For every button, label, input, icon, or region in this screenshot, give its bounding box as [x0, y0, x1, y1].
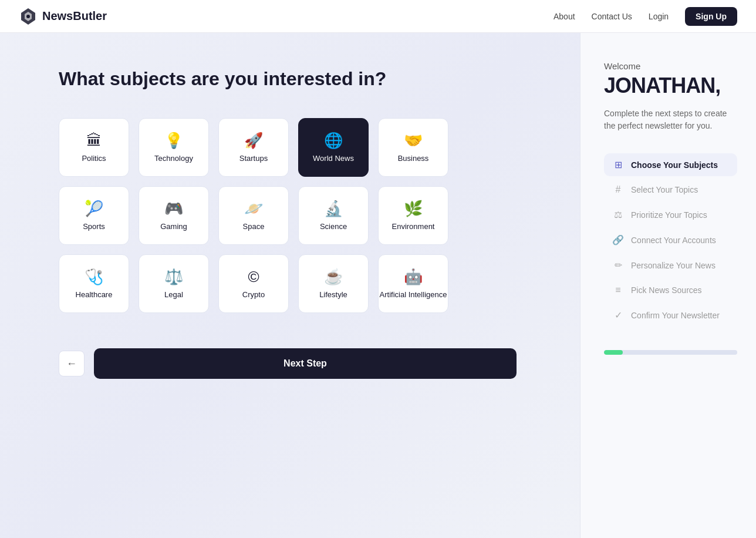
subject-card-healthcare[interactable]: 🩺 Healthcare [59, 254, 129, 313]
subject-label-technology: Technology [154, 154, 193, 163]
user-name: JONATHAN, [604, 73, 737, 98]
subject-icon-science: 🔬 [324, 201, 343, 216]
subject-card-ai[interactable]: 🤖 Artificial Intelligence [378, 254, 448, 313]
step-item-confirm-newsletter[interactable]: ✓ Confirm Your Newsletter [604, 304, 737, 327]
next-step-button[interactable]: Next Step [94, 348, 517, 379]
subject-card-technology[interactable]: 💡 Technology [139, 118, 209, 177]
step-label-confirm-newsletter: Confirm Your Newsletter [631, 311, 720, 320]
subject-label-environment: Environment [392, 222, 435, 231]
subject-icon-business: 🤝 [404, 133, 423, 148]
subject-icon-legal: ⚖️ [164, 269, 183, 284]
welcome-label: Welcome [604, 61, 737, 71]
subject-label-gaming: Gaming [160, 222, 187, 231]
subject-icon-technology: 💡 [164, 133, 183, 148]
step-icon-select-topics: # [612, 184, 624, 195]
subject-icon-world-news: 🌐 [324, 133, 343, 148]
step-item-select-topics[interactable]: # Select Your Topics [604, 179, 737, 201]
subject-icon-sports: 🎾 [85, 201, 103, 216]
logo-icon [19, 7, 38, 26]
page-layout: What subjects are you interested in? 🏛 P… [0, 33, 756, 538]
subject-label-healthcare: Healthcare [76, 290, 113, 299]
navbar: NewsButler About Contact Us Login Sign U… [0, 0, 756, 33]
subjects-grid: 🏛 Politics 💡 Technology 🚀 Startups 🌐 Wor… [59, 118, 545, 313]
subject-label-ai: Artificial Intelligence [380, 290, 447, 299]
nav-links: About Contact Us Login Sign Up [554, 7, 737, 26]
subject-label-space: Space [243, 222, 265, 231]
step-item-prioritize-topics[interactable]: ⚖ Prioritize Your Topics [604, 203, 737, 226]
step-icon-pick-sources: ≡ [612, 285, 624, 295]
subject-label-crypto: Crypto [242, 290, 265, 299]
nav-about[interactable]: About [554, 12, 575, 21]
subject-card-sports[interactable]: 🎾 Sports [59, 186, 129, 245]
sidebar-description: Complete the next steps to create the pe… [604, 107, 737, 132]
subject-card-business[interactable]: 🤝 Business [378, 118, 448, 177]
step-item-pick-sources[interactable]: ≡ Pick News Sources [604, 279, 737, 301]
subject-icon-politics: 🏛 [86, 133, 102, 148]
nav-signup-button[interactable]: Sign Up [685, 7, 737, 26]
step-icon-choose-subjects: ⊞ [612, 159, 624, 170]
main-content: What subjects are you interested in? 🏛 P… [0, 33, 580, 538]
logo-text: NewsButler [42, 9, 107, 23]
subject-card-startups[interactable]: 🚀 Startups [218, 118, 289, 177]
step-label-choose-subjects: Choose Your Subjects [631, 160, 718, 170]
step-label-personalize-news: Personalize Your News [631, 261, 716, 270]
step-label-pick-sources: Pick News Sources [631, 285, 702, 295]
step-item-personalize-news[interactable]: ✏ Personalize Your News [604, 254, 737, 277]
bottom-actions: ← Next Step [59, 348, 545, 379]
subject-label-business: Business [398, 154, 429, 163]
step-icon-connect-accounts: 🔗 [612, 234, 624, 246]
subject-card-legal[interactable]: ⚖️ Legal [139, 254, 209, 313]
step-label-select-topics: Select Your Topics [631, 185, 698, 194]
subject-icon-space: 🪐 [244, 201, 263, 216]
step-item-choose-subjects[interactable]: ⊞ Choose Your Subjects [604, 153, 737, 176]
step-label-prioritize-topics: Prioritize Your Topics [631, 210, 707, 220]
subject-icon-startups: 🚀 [244, 133, 263, 148]
progress-bar-background [604, 350, 737, 355]
subject-card-gaming[interactable]: 🎮 Gaming [139, 186, 209, 245]
logo[interactable]: NewsButler [19, 7, 107, 26]
step-icon-confirm-newsletter: ✓ [612, 310, 624, 321]
step-item-connect-accounts[interactable]: 🔗 Connect Your Accounts [604, 228, 737, 251]
subject-card-world-news[interactable]: 🌐 World News [298, 118, 369, 177]
subject-icon-environment: 🌿 [404, 201, 423, 216]
subject-label-legal: Legal [164, 290, 183, 299]
step-icon-personalize-news: ✏ [612, 260, 624, 271]
subject-card-politics[interactable]: 🏛 Politics [59, 118, 129, 177]
subject-icon-ai: 🤖 [404, 269, 423, 284]
subject-label-startups: Startups [239, 154, 268, 163]
sidebar: Welcome JONATHAN, Complete the next step… [580, 33, 756, 538]
subject-label-science: Science [320, 222, 347, 231]
subject-icon-lifestyle: ☕ [324, 269, 343, 284]
steps-list: ⊞ Choose Your Subjects # Select Your Top… [604, 153, 737, 327]
subject-icon-healthcare: 🩺 [85, 269, 103, 284]
subject-card-lifestyle[interactable]: ☕ Lifestyle [298, 254, 369, 313]
step-label-connect-accounts: Connect Your Accounts [631, 236, 716, 245]
subject-icon-gaming: 🎮 [164, 201, 183, 216]
subject-card-science[interactable]: 🔬 Science [298, 186, 369, 245]
subject-label-lifestyle: Lifestyle [319, 290, 347, 299]
svg-point-2 [26, 15, 30, 18]
step-icon-prioritize-topics: ⚖ [612, 209, 624, 220]
subject-label-world-news: World News [313, 154, 354, 163]
page-heading: What subjects are you interested in? [59, 68, 545, 90]
back-button[interactable]: ← [59, 351, 85, 376]
subject-card-space[interactable]: 🪐 Space [218, 186, 289, 245]
nav-contact[interactable]: Contact Us [592, 12, 632, 21]
subject-label-sports: Sports [83, 222, 105, 231]
subject-label-politics: Politics [82, 154, 106, 163]
progress-bar-fill [604, 350, 623, 355]
subject-card-environment[interactable]: 🌿 Environment [378, 186, 448, 245]
subject-card-crypto[interactable]: © Crypto [218, 254, 289, 313]
subject-icon-crypto: © [248, 269, 259, 284]
nav-login[interactable]: Login [649, 12, 669, 21]
